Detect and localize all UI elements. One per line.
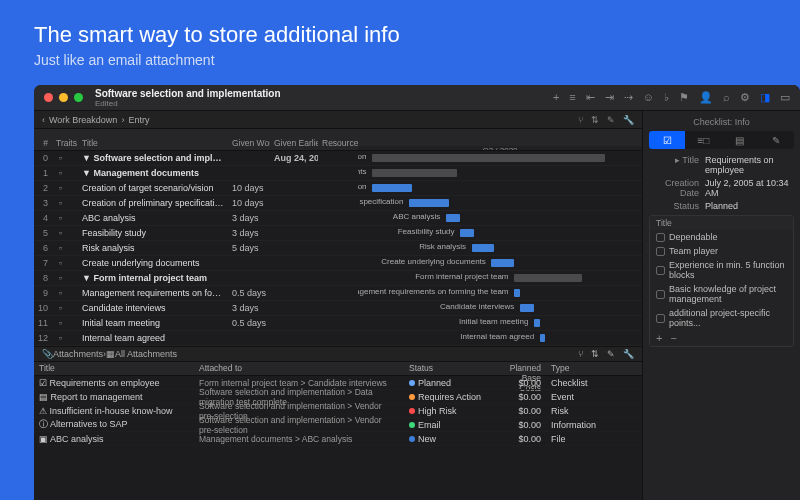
table-row[interactable]: 11▫Initial team meeting0.5 daysInitial t… [34, 316, 642, 331]
attachment-row[interactable]: ⓘ Alternatives to SAPSoftware selection … [34, 418, 642, 432]
tab-edit[interactable]: ✎ [758, 131, 794, 149]
creation-date[interactable]: July 2, 2005 at 10:34 AM [705, 178, 794, 198]
status-value[interactable]: Planned [705, 201, 794, 211]
attachments-grid[interactable]: ☑ Requirements on employeeForm internal … [34, 376, 642, 446]
window-title: Software selection and implementation [95, 88, 281, 99]
brush-icon[interactable]: ✎ [607, 349, 615, 359]
add-icon[interactable]: + [553, 91, 559, 104]
flag-icon[interactable]: ⚑ [679, 91, 689, 104]
attachments-header: Title Attached to Status Planned Base Co… [34, 362, 642, 376]
inspector: Checklist: Info ☑ ≡□ ▤ ✎ ▸ Title Require… [642, 111, 800, 500]
table-row[interactable]: 5▫Feasibility study3 daysFeasibility stu… [34, 226, 642, 241]
titlebar: Software selection and implementation Ed… [34, 85, 800, 111]
tab-chart[interactable]: ▤ [722, 131, 758, 149]
back-icon[interactable]: ‹ [42, 115, 45, 125]
panel-left-icon[interactable]: ◨ [760, 91, 770, 104]
task-grid[interactable]: 0▫▼ Software selection and implementatio… [34, 151, 642, 346]
minimize-icon[interactable] [59, 93, 68, 102]
bell-icon[interactable]: ♭ [664, 91, 669, 104]
table-row[interactable]: 3▫Creation of preliminary specification1… [34, 196, 642, 211]
checkbox-icon[interactable] [656, 247, 665, 256]
inspector-title: Requirements on employee [705, 155, 794, 175]
checklist-item[interactable]: Basic knowledge of project management [650, 282, 793, 306]
checkbox-icon[interactable] [656, 290, 665, 299]
tab-checklist[interactable]: ☑ [649, 131, 685, 149]
checkbox-icon[interactable] [656, 266, 665, 275]
tab-bars[interactable]: ≡□ [685, 131, 721, 149]
table-row[interactable]: 1▫▼ Management documentsManagement docum… [34, 166, 642, 181]
attachment-row[interactable]: ▣ ABC analysisManagement documents > ABC… [34, 432, 642, 446]
link-icon[interactable]: ⇢ [624, 91, 633, 104]
table-row[interactable]: 0▫▼ Software selection and implementatio… [34, 151, 642, 166]
table-row[interactable]: 9▫Management requirements on forming the… [34, 286, 642, 301]
breadcrumb-a[interactable]: Work Breakdown [49, 115, 117, 125]
table-row[interactable]: 6▫Risk analysis5 daysRisk analysis [34, 241, 642, 256]
list-icon[interactable]: ≡ [569, 91, 575, 104]
table-row[interactable]: 7▫Create underlying documentsCreate unde… [34, 256, 642, 271]
close-icon[interactable] [44, 93, 53, 102]
table-row[interactable]: 8▫▼ Form internal project teamForm inter… [34, 271, 642, 286]
checklist-item[interactable]: Dependable [650, 230, 793, 244]
brush-icon[interactable]: ✎ [607, 115, 615, 125]
checklist-item[interactable]: Team player [650, 244, 793, 258]
checklist-item[interactable]: Experience in min. 5 function blocks [650, 258, 793, 282]
attach-filter-icon: ▦ [106, 349, 115, 359]
grid-header: # Traits Title Given Work Given Earliest… [34, 129, 642, 151]
inspector-tabs: ☑ ≡□ ▤ ✎ [649, 131, 794, 149]
zoom-icon[interactable] [74, 93, 83, 102]
gear-icon[interactable]: ⚙ [740, 91, 750, 104]
remove-item-icon[interactable]: − [670, 332, 676, 344]
inspector-header: Checklist: Info [649, 117, 794, 127]
checkbox-icon[interactable] [656, 314, 665, 323]
attachments-breadcrumb: 📎 Attachments › ▦ All Attachments ⑂ ⇅ ✎ … [34, 346, 642, 362]
sort-icon[interactable]: ⇅ [591, 349, 599, 359]
toolbar: + ≡ ⇤ ⇥ ⇢ ☺ ♭ ⚑ 👤 ⌕ ⚙ ◨ ▭ [553, 91, 790, 104]
breadcrumb-b[interactable]: Entry [128, 115, 149, 125]
hero-title: The smart way to store additional info [34, 22, 800, 48]
checklist-item[interactable]: additional project-specific points... [650, 306, 793, 330]
breadcrumb: ‹ Work Breakdown › Entry ⑂ ⇅ ✎ 🔧 [34, 111, 642, 129]
table-row[interactable]: 2▫Creation of target scenario/vision10 d… [34, 181, 642, 196]
table-row[interactable]: 12▫Internal team agreedInternal team agr… [34, 331, 642, 346]
filter-icon[interactable]: ⑂ [578, 115, 583, 125]
panel-right-icon[interactable]: ▭ [780, 91, 790, 104]
window-subtitle: Edited [95, 99, 281, 108]
smile-icon[interactable]: ☺ [643, 91, 654, 104]
attach-icon: 📎 [42, 349, 53, 359]
outdent-icon[interactable]: ⇤ [586, 91, 595, 104]
add-item-icon[interactable]: + [656, 332, 662, 344]
table-row[interactable]: 4▫ABC analysis3 daysABC analysis [34, 211, 642, 226]
table-row[interactable]: 10▫Candidate interviews3 daysCandidate i… [34, 301, 642, 316]
checkbox-icon[interactable] [656, 233, 665, 242]
wrench-icon[interactable]: 🔧 [623, 349, 634, 359]
indent-icon[interactable]: ⇥ [605, 91, 614, 104]
wrench-icon[interactable]: 🔧 [623, 115, 634, 125]
app-window: Software selection and implementation Ed… [34, 85, 800, 500]
hero-subtitle: Just like an email attachment [34, 52, 800, 68]
search-icon[interactable]: ⌕ [723, 91, 730, 104]
checklist: Title DependableTeam playerExperience in… [649, 215, 794, 347]
sort-icon[interactable]: ⇅ [591, 115, 599, 125]
filter-icon[interactable]: ⑂ [578, 349, 583, 359]
user-icon[interactable]: 👤 [699, 91, 713, 104]
